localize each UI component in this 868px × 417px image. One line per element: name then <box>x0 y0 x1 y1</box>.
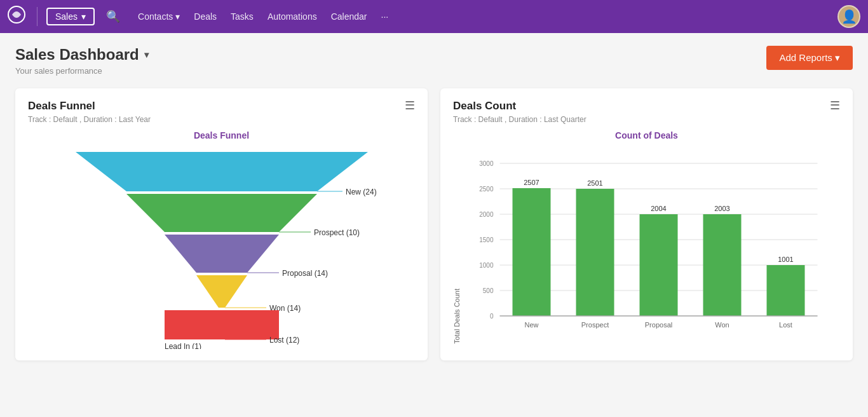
funnel-title: Deals Funnel <box>28 100 151 113</box>
bar-chart-title: Count of Deals <box>453 130 840 140</box>
search-icon[interactable]: 🔍 <box>106 10 120 24</box>
page-subtitle: Your sales performance <box>15 66 149 76</box>
svg-rect-31 <box>513 188 551 316</box>
funnel-card-header: Deals Funnel Track : Default , Duration … <box>28 100 415 124</box>
bar-chart-inner: 0 500 1000 1500 2000 2500 <box>465 144 840 344</box>
charts-row: Deals Funnel Track : Default , Duration … <box>15 88 853 360</box>
svg-text:Won: Won <box>715 321 729 329</box>
count-title: Deals Count <box>453 100 587 113</box>
svg-text:Prospect (10): Prospect (10) <box>314 228 360 237</box>
svg-text:1001: 1001 <box>778 256 793 263</box>
avatar[interactable]: 👤 <box>837 5 860 28</box>
bar-chart-container: Total Deals Count 0 500 10 <box>453 144 840 344</box>
nav-links: Contacts ▾ Deals Tasks Automations Calen… <box>138 11 832 22</box>
svg-text:Lost (12): Lost (12) <box>269 336 299 345</box>
page-title: Sales Dashboard ▾ <box>15 46 149 64</box>
svg-marker-10 <box>196 275 247 308</box>
svg-text:2004: 2004 <box>651 205 666 212</box>
funnel-chart-title: Deals Funnel <box>194 130 249 140</box>
svg-text:1500: 1500 <box>479 236 494 243</box>
nav-divider <box>37 7 37 26</box>
svg-text:2507: 2507 <box>524 179 539 186</box>
svg-marker-1 <box>76 152 368 191</box>
nav-contacts[interactable]: Contacts ▾ <box>138 11 180 22</box>
svg-text:2003: 2003 <box>714 205 729 212</box>
svg-rect-43 <box>767 265 805 316</box>
nav-automations[interactable]: Automations <box>268 11 317 22</box>
dashboard-chevron-icon[interactable]: ▾ <box>144 50 149 60</box>
svg-marker-7 <box>165 235 279 273</box>
funnel-track: Track : Default , Duration : Last Year <box>28 115 151 124</box>
svg-text:Proposal: Proposal <box>645 321 672 329</box>
svg-rect-34 <box>576 189 614 316</box>
svg-text:Lost: Lost <box>779 321 792 329</box>
svg-marker-4 <box>126 194 317 232</box>
svg-text:New: New <box>524 321 538 329</box>
bar-chart-svg: 0 500 1000 1500 2000 2500 <box>465 144 840 341</box>
count-card: Deals Count Track : Default , Duration :… <box>440 88 853 360</box>
nav-calendar[interactable]: Calendar <box>331 11 367 22</box>
svg-text:2000: 2000 <box>479 211 494 218</box>
funnel-menu-icon[interactable]: ☰ <box>405 100 415 111</box>
svg-rect-40 <box>703 214 742 316</box>
svg-text:New (24): New (24) <box>346 188 377 196</box>
nav-deals[interactable]: Deals <box>194 11 217 22</box>
svg-text:2501: 2501 <box>587 179 602 187</box>
svg-rect-13 <box>165 310 279 339</box>
svg-text:Prospect: Prospect <box>581 321 609 329</box>
page-title-wrap: Sales Dashboard ▾ Your sales performance <box>15 46 149 76</box>
funnel-area: Deals Funnel New (24) Prospect (10) Prop… <box>28 130 415 349</box>
header-row: Sales Dashboard ▾ Your sales performance… <box>15 46 853 76</box>
add-reports-button[interactable]: Add Reports ▾ <box>766 46 853 70</box>
main-content: Sales Dashboard ▾ Your sales performance… <box>0 33 868 417</box>
count-menu-icon[interactable]: ☰ <box>830 100 840 111</box>
contacts-chevron-icon: ▾ <box>175 11 180 22</box>
funnel-card: Deals Funnel Track : Default , Duration … <box>15 88 428 360</box>
svg-text:3000: 3000 <box>479 160 494 167</box>
nav-tasks[interactable]: Tasks <box>231 11 254 22</box>
svg-text:500: 500 <box>483 287 494 294</box>
svg-text:0: 0 <box>490 313 494 320</box>
funnel-svg: New (24) Prospect (10) Proposal (14) Won… <box>37 146 406 349</box>
chevron-icon: ▾ <box>81 11 86 22</box>
sales-dropdown[interactable]: Sales ▾ <box>46 8 95 25</box>
count-card-header: Deals Count Track : Default , Duration :… <box>453 100 840 124</box>
svg-text:2500: 2500 <box>479 186 494 193</box>
nav-more[interactable]: ··· <box>381 11 389 22</box>
svg-rect-37 <box>640 214 678 316</box>
app-logo <box>8 6 25 27</box>
count-track: Track : Default , Duration : Last Quarte… <box>453 115 587 124</box>
svg-text:Proposal (14): Proposal (14) <box>282 269 328 278</box>
svg-text:1000: 1000 <box>479 262 494 269</box>
y-axis-label: Total Deals Count <box>453 289 461 344</box>
svg-text:Lead In (1): Lead In (1) <box>165 342 201 349</box>
navbar: Sales ▾ 🔍 Contacts ▾ Deals Tasks Automat… <box>0 0 868 33</box>
bar-chart-area: Count of Deals Total Deals Count 0 50 <box>453 130 840 344</box>
